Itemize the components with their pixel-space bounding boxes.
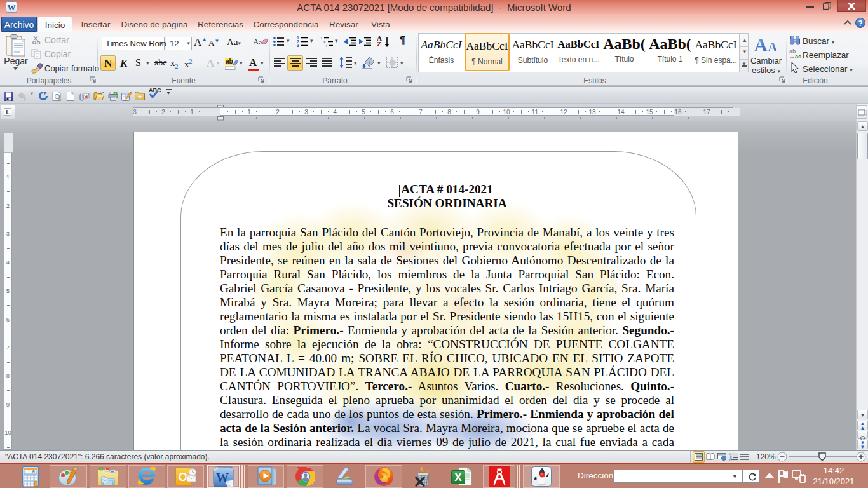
svg-text:i: i [326, 44, 327, 47]
svg-text:0: 0 [32, 470, 35, 475]
svg-text:W: W [8, 3, 16, 12]
svg-text:O: O [179, 470, 188, 484]
svg-text:3: 3 [297, 43, 299, 47]
svg-text:ab: ab [226, 58, 233, 65]
svg-text:X: X [454, 471, 462, 484]
svg-text:1: 1 [320, 36, 323, 40]
svg-text:?: ? [858, 19, 862, 28]
